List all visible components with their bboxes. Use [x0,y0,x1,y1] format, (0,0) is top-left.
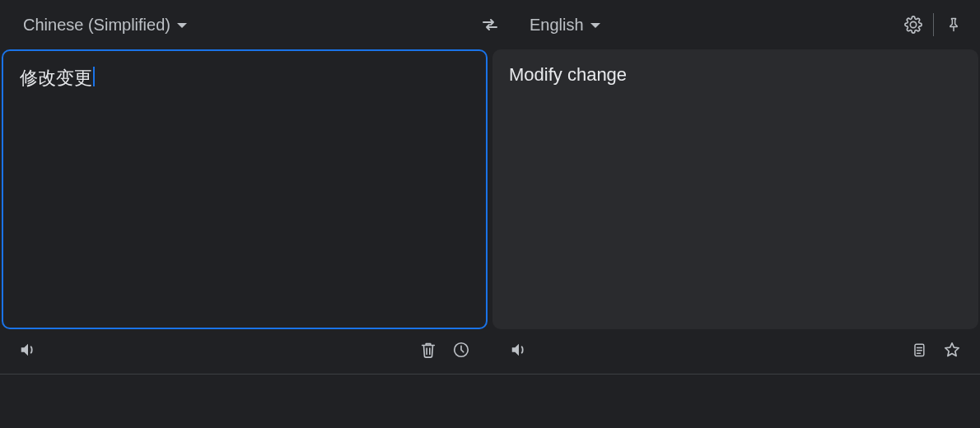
footer-area [0,374,980,423]
clear-button[interactable] [412,333,445,366]
text-cursor [93,67,95,86]
header-bar: Chinese (Simplified) English [0,0,980,49]
copy-icon [911,341,927,359]
target-output: Modify change [492,49,978,329]
pin-button[interactable] [937,8,970,41]
target-toolbar [492,329,978,370]
pin-icon [945,16,962,33]
history-button[interactable] [445,333,478,366]
swap-icon [480,15,500,35]
trash-icon [419,341,437,359]
speaker-icon [19,341,37,359]
speaker-icon [510,341,528,359]
target-language-selector[interactable]: English [523,11,607,40]
header-right-icons [897,8,970,41]
settings-button[interactable] [897,8,930,41]
source-language-label: Chinese (Simplified) [23,16,170,35]
target-pane: Modify change [492,49,978,370]
listen-source-button[interactable] [12,333,44,366]
target-language-label: English [530,16,584,35]
source-toolbar [2,329,488,370]
chevron-down-icon [177,23,187,28]
listen-target-button[interactable] [502,333,535,366]
source-text: 修改变更 [20,67,92,88]
swap-languages-button[interactable] [475,10,505,40]
gear-icon [904,16,922,34]
copy-button[interactable] [903,333,936,366]
save-button[interactable] [936,333,968,366]
source-pane: 修改变更 [2,49,488,370]
target-text: Modify change [509,64,627,85]
source-language-selector[interactable]: Chinese (Simplified) [16,11,194,40]
translation-body: 修改变更 Modi [0,49,980,370]
history-icon [452,341,470,359]
divider [933,13,934,36]
source-textarea[interactable]: 修改变更 [2,49,488,329]
star-icon [943,341,961,359]
chevron-down-icon [590,23,600,28]
